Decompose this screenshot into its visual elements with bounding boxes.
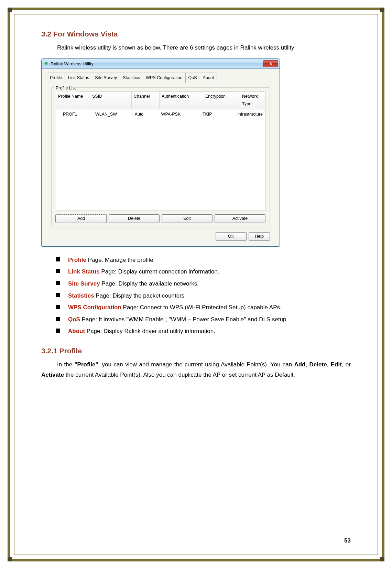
- page-name: WPS Configuration: [68, 304, 121, 311]
- list-item: Profile Page: Manage the profile.: [56, 255, 351, 266]
- close-button[interactable]: ✕: [263, 60, 278, 67]
- edit-button[interactable]: Edit: [162, 214, 213, 223]
- tab-profile[interactable]: Profile: [47, 73, 65, 83]
- col-authentication[interactable]: Authentication: [160, 92, 203, 109]
- list-item: About Page: Display Ralink driver and ut…: [56, 326, 351, 337]
- page-name: Profile: [68, 257, 86, 263]
- groupbox-label: Profile List: [54, 84, 77, 92]
- tab-wps-configuration[interactable]: WPS Configuration: [143, 73, 185, 83]
- col-encryption[interactable]: Encryption: [203, 92, 240, 109]
- list-item: QoS Page: It involves "WMM Enable", "WMM…: [56, 314, 351, 325]
- utility-window: R Ralink Wireless Utility ✕ Profile Link…: [41, 58, 280, 247]
- section-heading: 3.2 For Windows Vista: [41, 28, 351, 41]
- subsection-heading: 3.2.1 Profile: [41, 344, 351, 357]
- delete-button[interactable]: Delete: [109, 214, 160, 223]
- list-item: Link Status Page: Display current connec…: [56, 267, 351, 277]
- page-number: 53: [344, 536, 351, 546]
- tab-qos[interactable]: QoS: [185, 73, 200, 83]
- tabstrip: Profile Link Status Site Survey Statisti…: [46, 72, 275, 83]
- ok-button[interactable]: OK: [216, 232, 247, 241]
- tab-site-survey[interactable]: Site Survey: [92, 73, 120, 83]
- page-desc: Page: Display the available networks.: [100, 280, 199, 287]
- col-profile-name[interactable]: Profile Name: [56, 92, 90, 109]
- pages-bullet-list: Profile Page: Manage the profile. Link S…: [56, 255, 351, 337]
- page-desc: Page: Display Ralink driver and utility …: [85, 328, 215, 334]
- tab-about[interactable]: About: [200, 73, 217, 83]
- cell-encryption: TKIP: [200, 109, 235, 119]
- col-channel[interactable]: Channel: [132, 92, 160, 109]
- page-name: About: [68, 328, 85, 334]
- cell-channel: Auto: [133, 109, 159, 119]
- page-desc: Page: Display the packet counters: [94, 292, 185, 299]
- list-item: Site Survey Page: Display the available …: [56, 279, 351, 289]
- cell-network-type: Infrastructure: [235, 109, 265, 119]
- cell-profile-name: PROF1: [56, 109, 93, 119]
- activate-button[interactable]: Activate: [215, 214, 265, 223]
- page-name: Site Survey: [68, 280, 100, 287]
- list-item: WPS Configuration Page: Connect to WPS (…: [56, 302, 351, 313]
- page-name: Statistics: [68, 292, 94, 299]
- intro-paragraph: Ralink wireless utility is shown as belo…: [41, 43, 351, 53]
- add-button[interactable]: Add: [56, 214, 107, 223]
- window-title: Ralink Wireless Utility: [51, 60, 94, 68]
- col-network-type[interactable]: Network Type: [240, 92, 265, 109]
- cell-authentication: WPA-PSK: [159, 109, 200, 119]
- dialog-buttons: OK Help: [46, 229, 275, 243]
- help-button[interactable]: Help: [249, 232, 270, 241]
- page-desc: Page: Display current connection informa…: [100, 268, 219, 275]
- col-ssid[interactable]: SSID: [90, 92, 132, 109]
- page-desc: Page: It involves "WMM Enable", "WMM – P…: [80, 316, 286, 323]
- page-desc: Page: Manage the profile.: [86, 257, 155, 263]
- page-name: QoS: [68, 316, 80, 323]
- list-item: Statistics Page: Display the packet coun…: [56, 291, 351, 301]
- profile-list-groupbox: Profile List Profile Name SSID Channel A…: [51, 87, 270, 227]
- app-icon: R: [44, 61, 48, 66]
- listview-header: Profile Name SSID Channel Authentication…: [56, 92, 265, 109]
- page-name: Link Status: [68, 268, 100, 275]
- tab-link-status[interactable]: Link Status: [65, 73, 92, 83]
- cell-ssid: WLAN_SW: [93, 109, 133, 119]
- profile-listview[interactable]: Profile Name SSID Channel Authentication…: [56, 91, 265, 211]
- table-row[interactable]: PROF1 WLAN_SW Auto WPA-PSK TKIP Infrastr…: [56, 109, 265, 119]
- tab-statistics[interactable]: Statistics: [120, 73, 143, 83]
- page-desc: Page: Connect to WPS (Wi-Fi Protected Se…: [121, 304, 282, 311]
- titlebar: R Ralink Wireless Utility ✕: [42, 59, 280, 69]
- profile-paragraph: In the "Profile", you can view and manag…: [41, 359, 351, 380]
- profile-buttons-row: Add Delete Edit Activate: [56, 214, 265, 223]
